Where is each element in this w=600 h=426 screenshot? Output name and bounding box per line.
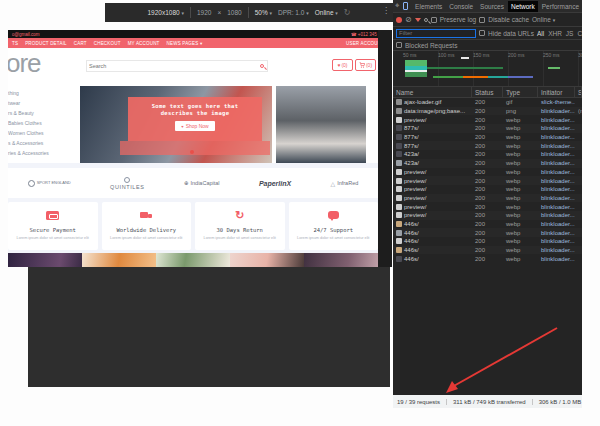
net-throttling-select[interactable]: Online ▾: [532, 16, 555, 23]
category-link[interactable]: Women Clothes: [8, 128, 78, 138]
request-initiator-link[interactable]: blinkloader...: [538, 169, 575, 175]
disable-cache-checkbox[interactable]: [479, 17, 485, 23]
request-initiator-link[interactable]: blinkloader...: [538, 221, 575, 227]
product-photo[interactable]: [82, 253, 156, 267]
feature-card[interactable]: 24/7 SupportLorem ipsum dolor sit amet c…: [289, 202, 379, 250]
request-initiator-link[interactable]: blinkloader...: [538, 230, 575, 236]
type-filter-css[interactable]: CSS: [577, 30, 582, 37]
request-name[interactable]: 877s/: [393, 134, 472, 140]
inspect-icon[interactable]: ⌖: [395, 1, 400, 11]
brand-logo[interactable]: SPORT ENGLAND: [28, 180, 71, 187]
table-row[interactable]: 423a/200webpblinkloader...: [393, 150, 582, 159]
request-name[interactable]: 446s/: [393, 238, 472, 244]
table-row[interactable]: 423a/200webpblinkloader...: [393, 159, 582, 168]
table-row[interactable]: 446s/200webpblinkloader...: [393, 220, 582, 229]
filter-input[interactable]: [396, 29, 476, 38]
table-row[interactable]: 446s/200webpblinkloader...: [393, 228, 582, 237]
table-row[interactable]: preview/200webpblinkloader...: [393, 211, 582, 220]
request-initiator-link[interactable]: blinkloader...: [538, 195, 575, 201]
wishlist-button[interactable]: ♥(0): [332, 59, 353, 71]
device-toolbar-toggle-icon[interactable]: [403, 2, 409, 10]
category-link[interactable]: s & Accessories: [8, 138, 78, 148]
table-row[interactable]: 877s/200webpblinkloader...: [393, 133, 582, 142]
request-name[interactable]: data:image/png;base...: [393, 108, 472, 114]
table-row[interactable]: 446s/200webpblinkloader...: [393, 254, 582, 263]
shop-now-button[interactable]: ♥Shop Now: [175, 121, 214, 131]
request-initiator-link[interactable]: blinkloader...: [538, 117, 575, 123]
request-initiator-link[interactable]: blinkloader...: [538, 247, 575, 253]
request-name[interactable]: preview/: [393, 212, 472, 218]
feature-card[interactable]: Secure PaymentLorem ipsum dolor sit amet…: [8, 202, 98, 250]
product-photo[interactable]: [156, 253, 230, 267]
request-name[interactable]: 446s/: [393, 256, 472, 262]
preserve-log-checkbox[interactable]: [431, 17, 437, 23]
category-link[interactable]: thing: [8, 88, 78, 98]
device-preset-select[interactable]: 1920x1080 ▾: [147, 9, 184, 16]
type-filter-xhr[interactable]: XHR: [548, 30, 562, 37]
request-initiator-link[interactable]: blinkloader...: [538, 204, 575, 210]
category-link[interactable]: Babies Clothes: [8, 118, 78, 128]
product-photo[interactable]: [304, 253, 378, 267]
device-height-field[interactable]: 1080: [227, 9, 241, 16]
brand-logo[interactable]: PaperlinX: [259, 180, 291, 187]
request-initiator-link[interactable]: blinkloader...: [538, 143, 575, 149]
request-initiator-link[interactable]: blinkloader...: [538, 160, 575, 166]
feature-card[interactable]: Worldwide DeliveryLorem ipsum dolor sit …: [102, 202, 192, 250]
request-name[interactable]: 877s/: [393, 143, 472, 149]
brand-logo[interactable]: △InfraRed: [331, 180, 359, 187]
blocked-requests-checkbox[interactable]: [396, 42, 402, 48]
request-name[interactable]: 446s/: [393, 230, 472, 236]
nav-item[interactable]: CHECKOUT: [94, 41, 121, 46]
site-email[interactable]: o@gmail.com: [12, 32, 40, 37]
record-icon[interactable]: [396, 17, 402, 23]
hide-data-urls-checkbox[interactable]: [479, 30, 485, 36]
cart-button[interactable]: (0): [355, 59, 376, 71]
request-name[interactable]: preview/: [393, 204, 472, 210]
category-link[interactable]: rs & Beauty: [8, 108, 78, 118]
request-initiator-link[interactable]: blinkloader...: [538, 134, 575, 140]
request-name[interactable]: preview/: [393, 195, 472, 201]
request-name[interactable]: 446s/: [393, 247, 472, 253]
request-initiator-link[interactable]: blinkloader...: [538, 186, 575, 192]
request-initiator-link[interactable]: blinkloader...: [538, 125, 575, 131]
table-row[interactable]: preview/200webpblinkloader...: [393, 115, 582, 124]
table-row[interactable]: 877s/200webpblinkloader...: [393, 124, 582, 133]
request-initiator-link[interactable]: blinkloader...: [538, 238, 575, 244]
column-header-name[interactable]: Name: [393, 87, 472, 97]
table-row[interactable]: data:image/png;base...200pngblinkloader.…: [393, 107, 582, 116]
column-header-size[interactable]: Size: [575, 87, 582, 97]
rotate-icon[interactable]: ↻: [344, 8, 351, 17]
nav-item[interactable]: CART: [74, 41, 87, 46]
request-name[interactable]: ajax-loader.gif: [393, 99, 472, 105]
nav-item[interactable]: PRODUCT DETAIL: [25, 41, 67, 46]
category-link[interactable]: twear: [8, 98, 78, 108]
throttling-select[interactable]: Online ▾: [315, 9, 338, 16]
more-options-icon[interactable]: ⋮: [382, 6, 390, 15]
category-link[interactable]: ries & Accessories: [8, 148, 78, 158]
type-filter-all[interactable]: All: [537, 30, 544, 37]
tab-network[interactable]: Network: [508, 1, 538, 12]
column-header-type[interactable]: Type: [503, 87, 538, 97]
table-row[interactable]: ajax-loader.gif200gifslick-theme...: [393, 98, 582, 107]
request-initiator-link[interactable]: blinkloader...: [538, 108, 575, 114]
request-name[interactable]: preview/: [393, 178, 472, 184]
request-initiator-link[interactable]: blinkloader...: [538, 178, 575, 184]
tab-elements[interactable]: Elements: [412, 1, 445, 12]
tab-console[interactable]: Console: [446, 1, 476, 12]
tab-sources[interactable]: Sources: [477, 1, 507, 12]
nav-item[interactable]: NEWS PAGES ▾: [167, 41, 203, 46]
table-row[interactable]: 446s/200webpblinkloader...: [393, 246, 582, 255]
request-name[interactable]: 877s/: [393, 125, 472, 131]
column-header-initiator[interactable]: Initiator: [538, 87, 575, 97]
device-width-field[interactable]: 1920: [197, 9, 211, 16]
brand-logo[interactable]: QUINTILES: [110, 177, 144, 190]
request-initiator-link[interactable]: slick-theme...: [538, 99, 575, 105]
search-input[interactable]: [89, 61, 254, 71]
dpr-select[interactable]: DPR: 1.0 ▾: [278, 9, 309, 16]
search-icon[interactable]: [424, 18, 428, 22]
feature-card[interactable]: ↻30 Days ReturnLorem ipsum dolor sit ame…: [195, 202, 285, 250]
table-row[interactable]: preview/200webpblinkloader...: [393, 202, 582, 211]
product-photo[interactable]: [230, 253, 304, 267]
nav-item[interactable]: TS: [12, 41, 18, 46]
request-initiator-link[interactable]: blinkloader...: [538, 212, 575, 218]
